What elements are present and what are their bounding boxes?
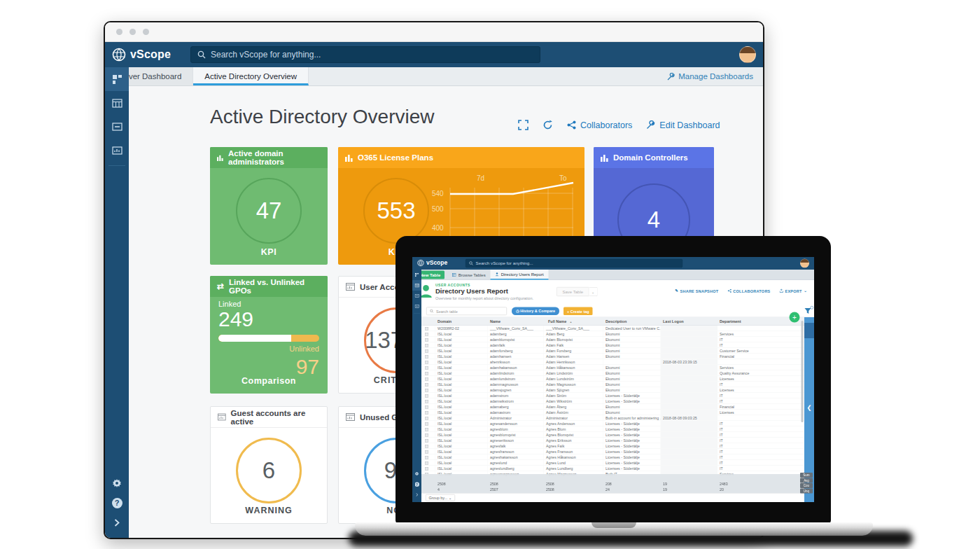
table-cell: adamastrom: [488, 410, 544, 415]
table-row[interactable]: ISL.localagneslundAgnes LundLicenses - S…: [421, 460, 804, 466]
table-row[interactable]: ISL.localagnesfranssonAgnes FranssonLice…: [421, 449, 804, 454]
sidebar-item-dashboards[interactable]: [105, 67, 129, 91]
collaborators-button[interactable]: COLLABORATORS: [727, 289, 770, 293]
sidebar-item-analyzer[interactable]: [412, 301, 421, 312]
column-header-description[interactable]: Description: [603, 317, 661, 326]
column-header-full-name[interactable]: Full Name ▲: [544, 317, 603, 326]
kpi-value: 4: [648, 207, 660, 233]
table-cell: adamblomqvist: [488, 337, 544, 342]
chevron-left-icon[interactable]: ❮: [804, 404, 814, 412]
filter-button[interactable]: [804, 307, 813, 316]
table-row[interactable]: ISL.localagnesfalkAgnes FalkLicenses - S…: [421, 443, 804, 449]
share-icon: [567, 120, 576, 130]
table-row[interactable]: ISL.localAdministratorAdministratorBuilt…: [421, 415, 804, 421]
table-footer: Group by... ⌄: [421, 493, 804, 502]
fullscreen-icon[interactable]: [518, 120, 528, 130]
table-row[interactable]: ISL.localadamwikstromAdam WikströmLicens…: [421, 398, 804, 404]
unlinked-label: Unlinked: [218, 345, 319, 353]
laptop-global-search[interactable]: Search vScope for anything...: [465, 259, 682, 267]
table-cell: adamhakansson: [488, 365, 544, 370]
page-title: Active Directory Overview: [210, 106, 435, 128]
collaborators-button[interactable]: Collaborators: [567, 120, 632, 130]
tab-directory-users-report[interactable]: Directory Users Report: [491, 270, 549, 280]
table-cell: [661, 426, 718, 432]
laptop-tabbar: New Table Browse Tables Directory Users …: [412, 270, 814, 280]
table-row[interactable]: ISL.localadamsjogrenAdam SjögrenEkonomiL…: [421, 387, 804, 393]
table-row[interactable]: ISL.localadammagnussonAdam MagnussonEkon…: [421, 382, 804, 387]
summary-overlay: 250825082508208192483 425072508241920: [421, 474, 804, 493]
edit-dashboard-button[interactable]: Edit Dashboard: [646, 120, 720, 130]
create-tag-button[interactable]: + Create tag: [564, 307, 593, 316]
sidebar-item-analyzer[interactable]: [105, 139, 129, 162]
table-row[interactable]: ISL.localadamlundstromAdam LundströmEkon…: [421, 376, 804, 382]
export-button[interactable]: EXPORT ⌄: [780, 289, 807, 293]
table-cell: [661, 337, 718, 342]
sidebar-item-tables[interactable]: [105, 91, 129, 115]
table-row[interactable]: ISL.localahenrikssonAdam Henriksson2018-…: [421, 359, 804, 365]
share-snapshot-button[interactable]: ✎ SHARE SNAPSHOT: [675, 289, 718, 293]
table-row[interactable]: ISL.localadambergAdam BergEkonomiService…: [421, 331, 804, 337]
sidebar-item-dashboards[interactable]: [412, 270, 421, 280]
table-row[interactable]: ISL.localadamabergAdam ÅbergEkonomiFinan…: [421, 404, 804, 410]
group-by-select[interactable]: Group by... ⌄: [426, 494, 455, 501]
tab-browse-tables[interactable]: Browse Tables: [447, 270, 490, 280]
window-minimize-button[interactable]: [130, 29, 136, 35]
sidebar-item-tables[interactable]: [412, 280, 421, 291]
table-row[interactable]: ISL.localagnesanderssonAgnes AnderssonLi…: [421, 421, 804, 426]
globe-icon: [112, 48, 126, 62]
laptop-user-avatar[interactable]: [800, 259, 809, 268]
summary-badge[interactable]: Sum: [800, 473, 813, 478]
vscope-logo: vScope: [112, 48, 171, 62]
widget-linked-unlinked-gpos[interactable]: ⇄ Linked vs. Unlinked GPOs Linked 249 Un…: [210, 276, 328, 394]
table-row[interactable]: ISL.localagnesblomqvistAgnes BlomqvistLi…: [421, 432, 804, 438]
sidebar-expand-button[interactable]: [412, 489, 421, 500]
tab-active-directory-overview[interactable]: Active Directory Overview: [193, 67, 309, 85]
window-titlebar: [105, 22, 763, 42]
range-right-label: To: [559, 174, 567, 182]
window-zoom-button[interactable]: [143, 29, 149, 35]
table-scrollbar[interactable]: [802, 321, 804, 422]
table-row[interactable]: ISL.localadamastromAdam ÅströmEkonomiLic…: [421, 410, 804, 415]
table-row[interactable]: ISL.localagneslundbergAgnes LundbergLice…: [421, 466, 804, 471]
add-column-button[interactable]: +: [790, 312, 800, 323]
sidebar-item-tracker[interactable]: [412, 291, 421, 301]
history-compare-button[interactable]: ◷ History & Compare: [512, 307, 559, 316]
table-row[interactable]: ISL.localadamfalkAdam FalkEkonomiIT: [421, 342, 804, 348]
global-search[interactable]: [190, 46, 540, 63]
table-search[interactable]: Search table: [426, 307, 507, 316]
table-row[interactable]: ISL.localagneserikssonAgnes ErikssonLice…: [421, 438, 804, 443]
table-row[interactable]: ISL.localagnesblomAgnes BlomLicenses - S…: [421, 426, 804, 432]
table-cell: agnesandersson: [488, 421, 544, 426]
table-row[interactable]: W2008R2-02___VMware_Conv_SA______VMware_…: [421, 326, 804, 331]
save-table-button[interactable]: Save Table: [556, 287, 589, 296]
table-row[interactable]: ISL.localadamstromAdam StrömLicenses - S…: [421, 393, 804, 398]
table-row[interactable]: ISL.localadamhansenAdam HansenEkonomiFin…: [421, 354, 804, 359]
manage-dashboards-link[interactable]: Manage Dashboards: [666, 67, 753, 86]
save-table-caret[interactable]: ⌄: [589, 287, 598, 296]
settings-button[interactable]: [412, 468, 421, 479]
computer-icon: [421, 404, 435, 410]
window-close-button[interactable]: [116, 29, 122, 35]
user-avatar[interactable]: [739, 46, 756, 63]
sidebar-item-tracker[interactable]: [105, 115, 129, 139]
help-button[interactable]: ?: [412, 479, 421, 489]
settings-button[interactable]: [105, 473, 129, 493]
column-header-domain[interactable]: Domain: [435, 317, 488, 326]
table-row[interactable]: ISL.localagneshakanssonAgnes HåkanssonLi…: [421, 454, 804, 460]
table-row[interactable]: ISL.localadamforsbergAdam ForsbergEkonom…: [421, 348, 804, 354]
table-row[interactable]: ISL.localadamblomqvistAdam BlomqvistEkon…: [421, 337, 804, 342]
summary-badge[interactable]: Cou: [800, 483, 813, 488]
summary-badge[interactable]: Avg: [800, 478, 813, 483]
table-row[interactable]: ISL.localadamhakanssonAdam HåkanssonEkon…: [421, 365, 804, 370]
search-input[interactable]: [211, 50, 519, 60]
table-cell: Licenses - Södertälje: [603, 421, 661, 426]
sidebar-expand-button[interactable]: [105, 513, 129, 532]
widget-active-domain-administrators[interactable]: Active domain administrators 47 KPI: [210, 147, 328, 265]
table-row[interactable]: ISL.localadamlindstromAdam LindströmEkon…: [421, 370, 804, 376]
column-header-name[interactable]: Name: [488, 317, 544, 326]
summary-badge[interactable]: Unq: [800, 489, 813, 494]
column-header-last-logon[interactable]: Last Logon: [661, 317, 718, 326]
help-button[interactable]: ?: [105, 493, 129, 513]
widget-guest-accounts[interactable]: Guest accounts are active 6 WARNING: [210, 406, 328, 524]
refresh-icon[interactable]: [542, 120, 553, 130]
